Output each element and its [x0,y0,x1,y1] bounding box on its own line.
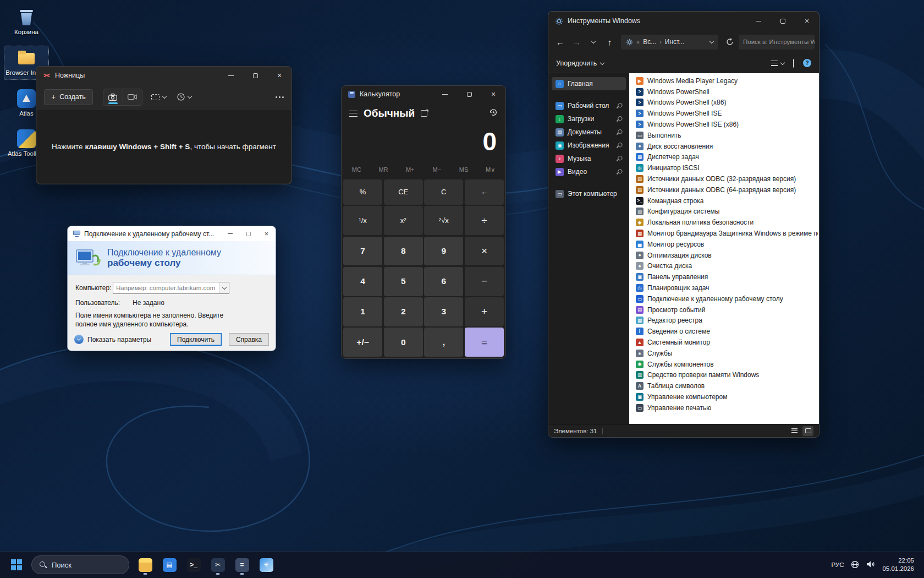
calculator-key[interactable]: CE [384,179,423,205]
list-item[interactable]: ▭ Выполнить [629,130,819,141]
list-item[interactable]: ▦ Монитор брандмауэра Защитника Windows … [629,228,819,239]
list-item[interactable]: ▦ Редактор реестра [629,315,819,326]
list-item[interactable]: ▤ Источники данных ODBC (32-разрядная ве… [629,173,819,184]
taskbar-app-store[interactable]: ▤ [158,554,180,576]
list-item[interactable]: ◉ Службы компонентов [629,359,819,370]
breadcrumb[interactable]: Инст... [665,38,684,46]
clock[interactable]: 22:05 05.01.2026 [882,557,914,573]
organize-button[interactable]: Упорядочить [556,59,604,67]
up-button[interactable]: ↑ [602,35,617,50]
show-options-icon[interactable] [74,335,84,344]
list-item[interactable]: ◷ Планировщик задач [629,282,819,293]
list-item[interactable]: ● Оптимизация дисков [629,250,819,261]
list-item[interactable]: ▤ Просмотр событий [629,304,819,315]
list-item[interactable]: ▥ Средство проверки памяти Windows [629,370,819,381]
refresh-button[interactable] [722,35,737,50]
list-item[interactable]: ▤ Источники данных ODBC (64-разрядная ве… [629,184,819,195]
calculator-key[interactable]: 3 [424,297,463,326]
minimize-button[interactable] [219,67,243,84]
calculator-key[interactable]: ← [465,179,504,205]
history-button[interactable] [489,108,498,119]
calculator-key[interactable]: × [465,237,504,266]
calculator-key[interactable]: 5 [384,267,423,296]
calculator-key[interactable]: ¹/x [343,206,382,235]
taskbar-app-calculator[interactable]: = [231,554,253,576]
list-item[interactable]: > Windows PowerShell ISE [629,108,819,119]
calculator-key[interactable]: ÷ [465,206,504,235]
icons-view-button[interactable] [802,426,813,436]
connect-button[interactable]: Подключить [170,333,222,346]
sidebar-item[interactable]: ▭ Этот компьютер [552,187,626,200]
calculator-key[interactable]: +/− [343,328,382,357]
memory-button[interactable]: M∨ [477,161,504,178]
desktop-icon[interactable]: Корзина [4,6,48,39]
list-item[interactable]: ◎ Инициатор iSCSI [629,162,819,173]
minimize-button[interactable] [221,226,239,241]
sidebar-item[interactable]: ▭ Рабочий стол [552,99,626,112]
list-item[interactable]: ▣ Управление компьютером [629,391,819,402]
view-options-button[interactable] [771,61,784,66]
calculator-key[interactable]: 1 [343,297,382,326]
list-item[interactable]: i Сведения о системе [629,326,819,337]
sidebar-item[interactable]: ▣ Изображения [552,139,626,152]
back-button[interactable]: ← [553,35,568,50]
memory-button[interactable]: M− [424,161,450,178]
minimize-button[interactable] [746,12,771,30]
list-item[interactable]: > Windows PowerShell (x86) [629,97,819,108]
new-snip-button[interactable]: + Создать [44,89,93,105]
list-item[interactable]: ▣ Панель управления [629,271,819,282]
list-item[interactable]: A Таблица символов [629,380,819,391]
list-item[interactable]: ▭ Управление печатью [629,402,819,413]
address-dropdown-icon[interactable] [710,39,714,43]
list-item[interactable]: ▥ Конфигурация системы [629,206,819,217]
calculator-key[interactable]: x² [384,206,423,235]
taskbar-app-file-explorer[interactable] [134,554,156,576]
snip-delay-dropdown[interactable] [175,89,194,105]
calculator-key[interactable]: , [424,328,463,357]
more-options-button[interactable] [276,96,284,98]
breadcrumb[interactable]: Вс... [643,38,656,46]
photo-mode-button[interactable] [103,89,123,105]
memory-button[interactable]: M+ [397,161,424,178]
calculator-key[interactable]: 8 [384,237,423,266]
calculator-key[interactable]: % [343,179,382,205]
forward-button[interactable]: → [569,35,584,50]
list-item[interactable]: >_ Командная строка [629,195,819,206]
help-button[interactable]: ? [803,59,811,67]
recent-locations-button[interactable] [586,35,601,50]
combo-dropdown-button[interactable] [219,282,229,293]
list-item[interactable]: ▦ Диспетчер задач [629,152,819,163]
taskbar-search[interactable]: Поиск [31,555,129,574]
crumb-overflow[interactable]: « [636,39,640,45]
snip-shape-dropdown[interactable] [149,89,168,105]
calculator-key[interactable]: = [465,328,504,357]
list-item[interactable]: ◆ Локальная политика безопасности [629,217,819,228]
sidebar-item[interactable]: ▤ Документы [552,126,626,139]
sidebar-item[interactable]: ▶ Видео [552,165,626,178]
taskbar-app-snipping-tool[interactable]: ✂ [207,554,229,576]
preview-pane-button[interactable] [793,59,794,67]
maximize-button[interactable] [771,12,795,30]
search-input[interactable]: Поиск в: Инструменты Wi [739,35,815,50]
close-button[interactable]: × [267,67,292,84]
calculator-key[interactable]: 0 [384,328,423,357]
list-item[interactable]: > Windows PowerShell ISE (x86) [629,119,819,130]
list-item[interactable]: ▶ Windows Media Player Legacy [629,75,819,86]
calculator-key[interactable]: C [424,179,463,205]
minimize-button[interactable] [433,86,457,102]
sidebar-item[interactable]: ⌂ Главная [552,77,626,90]
calculator-key[interactable]: ²√x [424,206,463,235]
keep-on-top-icon[interactable] [421,110,427,117]
taskbar-app-weather[interactable]: ☀ [255,554,277,576]
calculator-key[interactable]: + [465,297,504,326]
calculator-key[interactable]: 7 [343,237,382,266]
network-button[interactable] [851,560,859,570]
menu-icon[interactable] [349,111,358,117]
details-view-button[interactable] [789,426,800,436]
close-button[interactable]: × [795,12,819,30]
list-item[interactable]: ● Диск восстановления [629,141,819,152]
calculator-key[interactable]: 2 [384,297,423,326]
taskbar-app-terminal[interactable]: >_ [183,554,205,576]
list-item[interactable]: > Windows PowerShell [629,86,819,97]
maximize-button[interactable] [457,86,481,102]
